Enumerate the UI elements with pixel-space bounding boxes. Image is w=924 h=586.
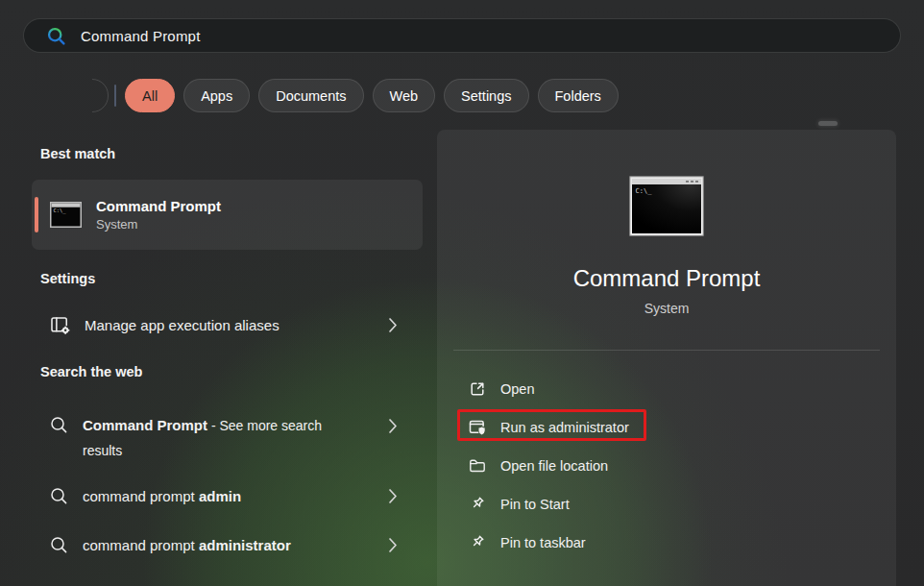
app-subtitle: System xyxy=(437,301,896,316)
search-gradient-icon xyxy=(46,26,66,46)
best-match-title: Command Prompt xyxy=(96,198,221,214)
action-list: Open Run as administrator Open file loca… xyxy=(437,370,896,562)
action-label: Open xyxy=(500,381,534,397)
tab-all[interactable]: All xyxy=(125,79,175,112)
run-as-admin-icon xyxy=(469,419,486,436)
action-label: Open file location xyxy=(500,458,608,474)
results-column: Best match C:\_ Command Prompt System Se… xyxy=(32,134,423,564)
tab-settings[interactable]: Settings xyxy=(444,79,528,112)
preview-panel: C:\_ Command Prompt System Open xyxy=(437,130,896,586)
scrollbar-thumb[interactable] xyxy=(818,121,838,126)
settings-item-manage-aliases[interactable]: Manage app execution aliases xyxy=(32,306,423,344)
web-search-item[interactable]: command prompt administrator xyxy=(32,525,423,564)
chevron-right-icon xyxy=(388,488,398,504)
folder-icon xyxy=(469,457,486,475)
chevron-right-icon xyxy=(388,317,398,333)
action-pin-to-taskbar[interactable]: Pin to taskbar xyxy=(437,524,896,562)
partial-pill-decoration xyxy=(92,79,109,112)
settings-item-label: Manage app execution aliases xyxy=(85,313,280,337)
best-match-header: Best match xyxy=(40,146,423,161)
open-external-icon xyxy=(469,380,486,398)
cmd-window-icon: C:\_ xyxy=(50,202,82,228)
action-label: Pin to taskbar xyxy=(500,535,586,550)
action-label: Run as administrator xyxy=(500,420,629,435)
web-search-label: command prompt admin xyxy=(83,484,241,508)
search-input[interactable]: Command Prompt xyxy=(23,18,901,53)
best-match-subtitle: System xyxy=(96,217,221,232)
web-search-label: Command Prompt - See more search results xyxy=(83,413,340,463)
web-section-header: Search the web xyxy=(40,364,423,379)
pin-icon xyxy=(469,534,486,551)
chevron-right-icon xyxy=(388,537,398,553)
pin-icon xyxy=(469,496,486,513)
divider xyxy=(453,350,880,351)
search-icon xyxy=(50,536,68,554)
tab-folders[interactable]: Folders xyxy=(538,79,619,112)
best-match-item[interactable]: C:\_ Command Prompt System xyxy=(32,180,423,250)
svg-text:C:\_: C:\_ xyxy=(54,208,67,214)
search-icon xyxy=(50,416,68,434)
action-run-as-administrator[interactable]: Run as administrator xyxy=(437,408,896,447)
action-pin-to-start[interactable]: Pin to Start xyxy=(437,485,896,524)
search-query-text: Command Prompt xyxy=(81,28,201,44)
web-search-label: command prompt administrator xyxy=(83,533,291,557)
web-search-item[interactable]: Command Prompt - See more search results xyxy=(32,401,423,463)
chevron-right-icon xyxy=(388,418,398,434)
app-title: Command Prompt xyxy=(437,265,896,292)
web-search-item[interactable]: command prompt admin xyxy=(32,476,423,515)
filter-tabs: All Apps Documents Web Settings Folders xyxy=(125,79,619,112)
action-open[interactable]: Open xyxy=(437,370,896,408)
caret-decoration xyxy=(114,85,116,107)
action-open-file-location[interactable]: Open file location xyxy=(437,447,896,485)
selection-accent-bar xyxy=(35,197,38,232)
settings-section-header: Settings xyxy=(40,271,423,286)
search-icon xyxy=(50,487,68,505)
tab-documents[interactable]: Documents xyxy=(258,79,363,112)
action-label: Pin to Start xyxy=(500,497,570,512)
app-alias-icon xyxy=(50,315,70,335)
cmd-window-icon-large: C:\_ xyxy=(629,176,704,236)
tab-web[interactable]: Web xyxy=(373,79,436,112)
tab-apps[interactable]: Apps xyxy=(183,79,250,112)
svg-text:C:\_: C:\_ xyxy=(636,187,653,195)
